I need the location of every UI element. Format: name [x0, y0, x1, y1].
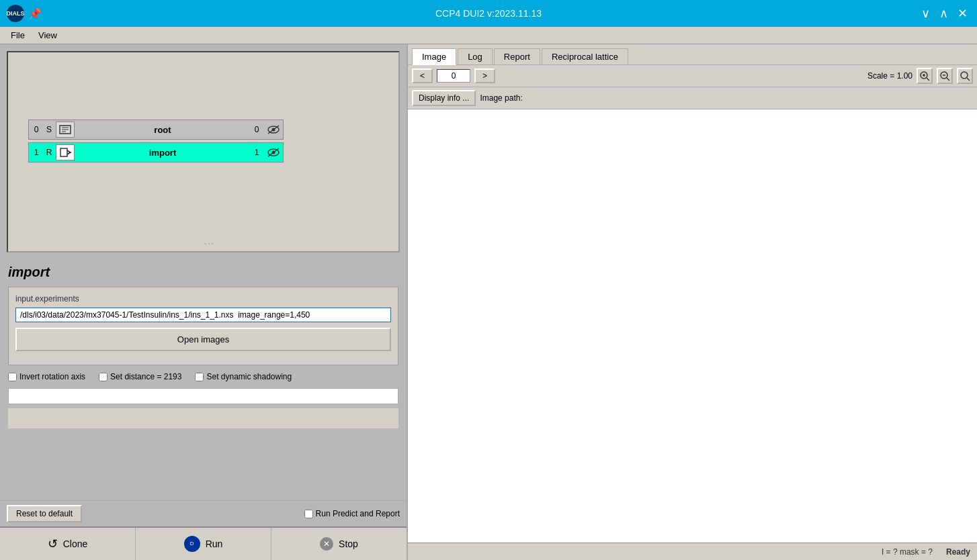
set-dynamic-label: Set dynamic shadowing — [206, 372, 292, 381]
menubar: File View — [0, 27, 977, 44]
set-dynamic-checkbox-label[interactable]: Set dynamic shadowing — [195, 372, 292, 381]
image-display — [408, 109, 977, 543]
bottom-section: import input.experiments Open images Inv… — [0, 259, 407, 500]
svg-line-15 — [927, 78, 929, 81]
node-graph: 0 S root 0 — [28, 120, 284, 165]
stop-label: Stop — [339, 539, 358, 549]
tab-reciprocal-lattice[interactable]: Reciprocal lattice — [542, 48, 628, 64]
node-import-visibility[interactable] — [264, 143, 283, 162]
zoom-out-button[interactable] — [937, 68, 953, 84]
node-root-num-right: 0 — [249, 125, 264, 134]
clone-label: Clone — [63, 539, 88, 549]
tab-image[interactable]: Image — [412, 48, 456, 65]
logo-text: DIALS — [7, 10, 25, 17]
close-button[interactable]: ✕ — [955, 7, 970, 19]
status-ready: Ready — [946, 547, 970, 557]
app-title: CCP4 DUI2 v:2023.11.13 — [435, 8, 542, 19]
invert-rotation-checkbox[interactable] — [8, 373, 17, 381]
display-info-row: Display info ... Image path: — [408, 87, 977, 109]
node-canvas: 0 S root 0 — [7, 51, 400, 252]
frame-input[interactable] — [437, 69, 470, 83]
action-buttons: ↺ Clone D Run ✕ Stop — [0, 526, 407, 560]
clone-button[interactable]: ↺ Clone — [0, 528, 136, 560]
node-import-num-left: 1 — [29, 145, 44, 160]
app-logo: DIALS — [7, 5, 24, 22]
set-distance-label: Set distance = 2193 — [110, 372, 181, 381]
minimize-button[interactable]: ∨ — [919, 7, 933, 19]
node-root-icon — [56, 122, 75, 138]
svg-line-18 — [947, 78, 949, 81]
set-dynamic-checkbox[interactable] — [195, 373, 204, 381]
node-root-num-left: 0 — [29, 122, 44, 137]
run-predict-label[interactable]: Run Predict and Report — [304, 509, 400, 518]
params-box: input.experiments Open images — [8, 287, 398, 365]
section-title: import — [8, 265, 398, 280]
statusbar: I = ? mask = ? Ready — [408, 543, 977, 560]
tabs-bar: Image Log Report Reciprocal lattice — [408, 44, 977, 65]
pin-button[interactable]: 📌 — [28, 7, 42, 20]
maximize-button[interactable]: ∧ — [937, 7, 951, 19]
open-images-button[interactable]: Open images — [15, 328, 391, 351]
display-info-button[interactable]: Display info ... — [412, 90, 476, 106]
stop-icon: ✕ — [320, 537, 333, 551]
node-import[interactable]: 1 R import 1 — [28, 142, 284, 162]
run-predict-checkbox[interactable] — [304, 510, 313, 518]
run-button[interactable]: D Run — [136, 528, 271, 560]
run-label: Run — [206, 539, 223, 549]
left-panel: 0 S root 0 — [0, 44, 408, 560]
image-path-label: Image path: — [480, 93, 522, 103]
prev-frame-button[interactable]: < — [412, 68, 433, 83]
image-controls: < > Scale = 1.00 — [408, 65, 977, 87]
node-import-name: import — [76, 148, 249, 158]
controls-row: Reset to default Run Predict and Report — [0, 500, 407, 526]
zoom-reset-button[interactable] — [957, 68, 973, 84]
stop-button[interactable]: ✕ Stop — [271, 528, 407, 560]
invert-rotation-checkbox-label[interactable]: Invert rotation axis — [8, 372, 85, 381]
window-controls: ∨ ∧ ✕ — [919, 7, 970, 19]
clone-icon: ↺ — [48, 536, 58, 551]
node-root-name: root — [76, 125, 249, 135]
status-ij: I = ? mask = ? — [882, 547, 933, 557]
status-right: I = ? mask = ? Ready — [882, 547, 970, 557]
node-root[interactable]: 0 S root 0 — [28, 120, 284, 140]
node-import-num-right: 1 — [249, 148, 264, 157]
file-path-input[interactable] — [15, 308, 391, 322]
extra-input[interactable] — [8, 388, 398, 404]
node-import-letter: R — [44, 148, 54, 157]
next-frame-button[interactable]: > — [474, 68, 495, 83]
node-root-visibility[interactable] — [264, 120, 283, 139]
node-import-icon — [56, 144, 75, 160]
set-distance-checkbox-label[interactable]: Set distance = 2193 — [99, 372, 181, 381]
svg-rect-7 — [60, 148, 67, 156]
display-info-label: Display info ... — [419, 93, 469, 103]
reset-button[interactable]: Reset to default — [7, 505, 82, 522]
dials-logo-icon: D — [184, 536, 200, 552]
main-layout: 0 S root 0 — [0, 44, 977, 560]
tab-report[interactable]: Report — [494, 48, 540, 64]
menu-view[interactable]: View — [32, 29, 64, 42]
tab-log[interactable]: Log — [458, 48, 493, 64]
extra-area — [8, 408, 398, 428]
set-distance-checkbox[interactable] — [99, 373, 108, 381]
svg-line-20 — [967, 78, 970, 81]
zoom-in-button[interactable] — [917, 68, 933, 84]
scale-label: Scale = 1.00 — [867, 71, 912, 81]
checkboxes-row: Invert rotation axis Set distance = 2193… — [8, 372, 398, 381]
image-path-input[interactable] — [527, 92, 973, 104]
run-predict-text: Run Predict and Report — [316, 509, 400, 518]
invert-rotation-label: Invert rotation axis — [19, 372, 85, 381]
svg-point-19 — [961, 72, 968, 79]
right-panel: Image Log Report Reciprocal lattice < > … — [408, 44, 977, 560]
titlebar: DIALS 📌 CCP4 DUI2 v:2023.11.13 ∨ ∧ ✕ — [0, 0, 977, 27]
menu-file[interactable]: File — [4, 29, 32, 42]
params-label: input.experiments — [15, 294, 391, 304]
node-root-letter: S — [44, 125, 54, 134]
